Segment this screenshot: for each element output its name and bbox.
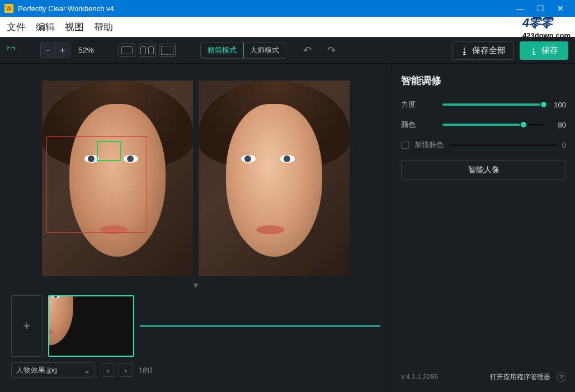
close-button[interactable]: ✕ <box>554 4 567 13</box>
view-single-icon[interactable] <box>119 44 135 57</box>
menu-edit[interactable]: 编辑 <box>36 21 55 34</box>
view-crop-icon[interactable] <box>159 44 176 57</box>
filmstrip-footer: 人物效果.jpg ⌄ ‹ › 1的1 <box>7 357 385 382</box>
save-all-button[interactable]: ⭳ 保存全部 <box>452 41 514 60</box>
filmstrip: + <box>7 295 385 357</box>
window-controls: — ☐ ✕ <box>513 4 571 13</box>
mode-master[interactable]: 大师模式 <box>243 42 286 58</box>
strength-row: 力度 100 <box>401 100 566 110</box>
add-image-button[interactable]: + <box>11 295 43 357</box>
page-label: 1的1 <box>139 366 153 375</box>
thumbnail-selected[interactable] <box>48 295 134 357</box>
color-label: 颜色 <box>401 120 437 130</box>
download-icon: ⭳ <box>460 46 469 55</box>
maximize-button[interactable]: ☐ <box>534 4 547 13</box>
enhance-skin-row: 加强肤色 0 <box>401 140 566 150</box>
app-icon: W <box>4 4 13 13</box>
enhance-skin-slider <box>449 144 557 146</box>
image-before[interactable] <box>42 81 193 276</box>
panel-title: 智能调修 <box>401 74 566 87</box>
zoom-controls: − + <box>40 42 70 58</box>
undo-button[interactable]: ↶ <box>303 44 312 56</box>
filmstrip-track <box>140 325 380 327</box>
strength-value: 100 <box>549 101 566 109</box>
page-prev-button[interactable]: ‹ <box>101 363 115 377</box>
main-area: ▼ + 人物效果.jpg ⌄ ‹ › 1的1 智能调修 力度 <box>0 64 575 392</box>
mode-simple[interactable]: 精简模式 <box>200 42 244 59</box>
enhance-skin-label: 加强肤色 <box>414 140 444 150</box>
smart-portrait-button[interactable]: 智能人像 <box>401 160 566 180</box>
save-all-label: 保存全部 <box>472 45 506 56</box>
image-after[interactable] <box>199 81 350 276</box>
color-slider[interactable] <box>442 124 544 126</box>
version-label: v:4.1.1.2286 <box>401 373 438 381</box>
zoom-in-button[interactable]: + <box>55 43 70 58</box>
strength-label: 力度 <box>401 100 437 110</box>
compare-view <box>7 81 385 276</box>
strength-slider[interactable] <box>442 103 544 106</box>
pager: ‹ › <box>101 363 133 377</box>
menu-file[interactable]: 文件 <box>7 21 26 34</box>
save-button[interactable]: ⭳ 保存 <box>520 41 568 60</box>
file-dropdown[interactable]: 人物效果.jpg ⌄ <box>11 362 95 378</box>
color-value: 80 <box>549 121 566 129</box>
title-bar: W Perfectly Clear Workbench v4 — ☐ ✕ <box>0 0 575 17</box>
download-icon: ⭳ <box>530 46 538 55</box>
menu-help[interactable]: 帮助 <box>94 21 113 34</box>
watermark: 4零零 423down.com <box>522 15 571 40</box>
minimize-button[interactable]: — <box>513 4 527 13</box>
view-mode-group <box>119 44 176 57</box>
viewer: ▼ + 人物效果.jpg ⌄ ‹ › 1的1 <box>0 64 392 392</box>
view-split-icon[interactable] <box>139 44 155 57</box>
zoom-level: 52% <box>78 46 94 55</box>
color-row: 颜色 80 <box>401 120 566 130</box>
menu-view[interactable]: 视图 <box>65 21 84 34</box>
history-controls: ↶ ↷ <box>303 44 336 56</box>
mode-switch: 精简模式 大师模式 <box>200 42 286 59</box>
enhance-skin-value: 0 <box>562 141 566 149</box>
menu-bar: 文件 编辑 视图 帮助 4零零 423down.com <box>0 17 575 37</box>
file-name: 人物效果.jpg <box>16 365 57 375</box>
eye-detection-box <box>97 141 121 161</box>
collapse-triangle-icon[interactable]: ▼ <box>7 281 385 290</box>
save-label: 保存 <box>541 45 558 56</box>
help-icon[interactable]: ? <box>556 372 566 382</box>
watermark-logo: 4零零 <box>522 15 571 31</box>
chevron-down-icon: ⌄ <box>84 366 90 375</box>
page-next-button[interactable]: › <box>119 363 133 377</box>
side-panel: 智能调修 力度 100 颜色 80 加强肤色 0 智能人像 v:4.1.1. <box>392 64 575 392</box>
toolbar: ⌜⌝ − + 52% 精简模式 大师模式 ↶ ↷ ⭳ 保存全部 ⭳ 保存 <box>0 37 575 64</box>
open-app-manager-link[interactable]: 打开应用程序管理器 <box>490 372 550 382</box>
fit-screen-icon[interactable]: ⌜⌝ <box>7 45 16 56</box>
redo-button[interactable]: ↷ <box>327 44 336 56</box>
zoom-out-button[interactable]: − <box>41 43 55 58</box>
status-bar: v:4.1.1.2286 打开应用程序管理器 ? <box>401 366 566 382</box>
watermark-url: 423down.com <box>522 31 571 40</box>
window-title: Perfectly Clear Workbench v4 <box>18 4 513 13</box>
enhance-skin-checkbox[interactable] <box>401 141 409 149</box>
